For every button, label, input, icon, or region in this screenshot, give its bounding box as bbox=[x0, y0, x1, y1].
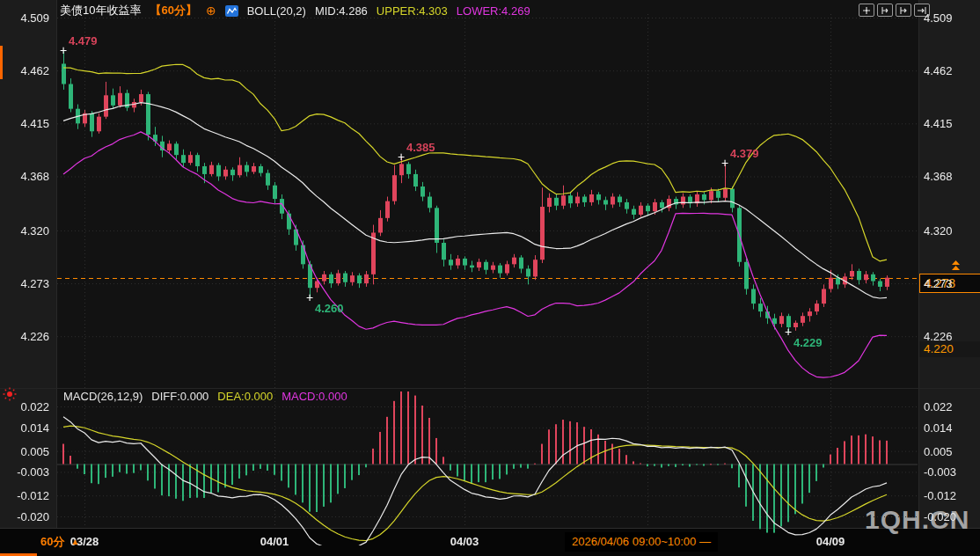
chart-app: 1QH.CN 美债10年收益率 【60分】 ⊕ BOLL(20,2) MID:4… bbox=[0, 0, 980, 556]
chart-header: 美债10年收益率 【60分】 ⊕ BOLL(20,2) MID:4.286 UP… bbox=[60, 3, 530, 18]
boll-mid-value: MID:4.286 bbox=[315, 4, 368, 18]
footer-timeframe[interactable]: 60分▲ bbox=[40, 528, 79, 556]
scale-toolbar bbox=[859, 4, 930, 17]
boll-label: BOLL(20,2) bbox=[247, 4, 306, 18]
instrument-title: 美债10年收益率 bbox=[60, 3, 141, 18]
price-scale-icon[interactable] bbox=[877, 4, 893, 17]
chart-canvas[interactable] bbox=[0, 0, 980, 556]
macd-value: MACD:0.000 bbox=[282, 390, 347, 403]
hover-time-tooltip: 2026/04/06 09:00~10:00 — bbox=[565, 532, 718, 552]
boll-lower-value: LOWER:4.269 bbox=[457, 4, 530, 18]
pan-icon[interactable] bbox=[859, 4, 874, 17]
price-up-arrow-icon bbox=[949, 260, 962, 276]
time-scale-icon[interactable] bbox=[896, 4, 911, 17]
current-price-tag: 4.278 bbox=[919, 274, 980, 293]
timeframe-dropdown-arrow-icon: ▲ bbox=[70, 537, 79, 546]
chart-type-icon[interactable] bbox=[225, 5, 238, 17]
macd-label: MACD(26,12,9) bbox=[63, 390, 143, 403]
macd-dea-value: DEA:0.000 bbox=[217, 390, 273, 403]
alert-icon[interactable] bbox=[2, 386, 18, 406]
secondary-price-level: 4.220 bbox=[919, 341, 980, 357]
reset-scale-icon[interactable] bbox=[914, 4, 930, 17]
left-edge-indicator bbox=[0, 46, 3, 79]
macd-diff-value: DIFF:0.000 bbox=[151, 390, 208, 403]
footer-timeframe-label: 60分 bbox=[40, 535, 64, 548]
timeframe-badge[interactable]: 【60分】 bbox=[150, 3, 196, 18]
add-indicator-icon[interactable]: ⊕ bbox=[206, 4, 216, 18]
macd-header: MACD(26,12,9) DIFF:0.000 DEA:0.000 MACD:… bbox=[63, 390, 347, 403]
boll-upper-value: UPPER:4.303 bbox=[377, 4, 448, 18]
